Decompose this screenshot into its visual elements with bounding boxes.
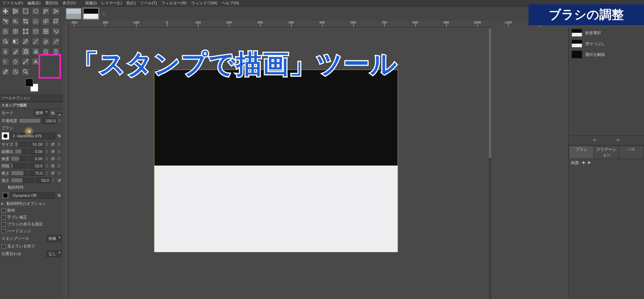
aspect-slider[interactable] (15, 149, 28, 154)
tool-pencil[interactable] (22, 38, 30, 45)
hardedge-checkbox[interactable] (1, 229, 6, 233)
brush-edit-icon[interactable]: ✎ (57, 133, 62, 138)
force-spin[interactable] (52, 178, 55, 183)
dynamics-options-row[interactable]: ▸動的特性のオプション (0, 200, 63, 207)
angle-link-icon[interactable] (57, 156, 62, 161)
brush-preview[interactable] (1, 132, 9, 140)
tool-warp[interactable] (52, 27, 60, 35)
tool-dodge[interactable] (12, 58, 19, 66)
tool-gradient[interactable] (12, 38, 19, 45)
menu-tool[interactable]: ツール(T) (140, 0, 157, 6)
tool-clone[interactable] (22, 48, 30, 56)
source-dropdown[interactable]: 画像 (47, 235, 62, 242)
tool-text[interactable] (32, 58, 40, 66)
scrollbar-thumb[interactable] (489, 28, 491, 158)
fg-bg-swatch[interactable] (25, 78, 39, 92)
aspect-value[interactable]: 0.00 (29, 149, 44, 154)
tool-fuzzy-select[interactable] (1, 17, 9, 25)
size-reset-icon[interactable]: ↺ (50, 142, 55, 147)
lock-pixels-icon[interactable]: ✚ (582, 161, 585, 165)
hardness-reset-icon[interactable]: ↺ (50, 171, 55, 176)
hardness-value[interactable]: 75.0 (29, 170, 44, 176)
tool-eraser[interactable] (42, 38, 50, 45)
menu-image[interactable]: 画像(I) (85, 0, 97, 6)
angle-spin[interactable] (45, 156, 49, 161)
sample-merged-row[interactable]: 見えている色で (0, 243, 63, 250)
history-item-0[interactable]: 矩形選択 (569, 27, 644, 38)
scatter-checkbox[interactable] (1, 208, 6, 213)
tool-blur[interactable] (52, 48, 60, 56)
aspect-reset-icon[interactable]: ↺ (50, 149, 55, 154)
force-slider[interactable] (11, 178, 34, 183)
spacing-reset-icon[interactable]: ↺ (50, 163, 55, 168)
tool-handle-transform[interactable] (32, 27, 40, 35)
lockbrush-row[interactable]: ブラシの表示を固定 (0, 221, 63, 228)
tool-zoom[interactable] (22, 68, 30, 76)
dynamics-edit-icon[interactable]: ✎ (57, 193, 62, 198)
spacing-spin[interactable] (45, 163, 49, 168)
vertical-scrollbar[interactable] (489, 27, 491, 299)
force-value[interactable]: 50.0 (36, 177, 50, 183)
tool-perspective-clone[interactable] (42, 48, 50, 56)
ruler-horizontal[interactable]: -300-200-1000100200300400500600700800900… (69, 21, 489, 27)
undo-button[interactable]: ↶ (593, 138, 596, 143)
tool-measure[interactable] (12, 68, 19, 76)
tool-rotate[interactable] (32, 17, 40, 25)
menu-file[interactable]: ファイル(F) (2, 0, 23, 6)
mode-dropdown[interactable]: 標準 (34, 110, 49, 116)
angle-reset-icon[interactable]: ↺ (50, 156, 55, 161)
menu-color[interactable]: 色(C) (126, 0, 136, 6)
mode-extra-dropdown[interactable] (57, 113, 62, 114)
tool-rect-select[interactable] (22, 7, 30, 15)
tool-airbrush[interactable] (52, 38, 60, 45)
menu-help[interactable]: ヘルプ(H) (222, 0, 239, 6)
spacing-value[interactable]: 10.0 (29, 163, 44, 169)
dynamics-icon[interactable] (1, 192, 9, 199)
sample-merged-checkbox[interactable] (1, 244, 6, 249)
tool-mypaint[interactable] (12, 48, 19, 56)
scatter-row[interactable]: 散布 (0, 207, 63, 214)
hardedge-row[interactable]: ハードエッジ (0, 228, 63, 234)
menu-edit[interactable]: 編集(E) (27, 0, 41, 6)
tool-bucket[interactable] (1, 38, 9, 45)
tool-scissors[interactable] (52, 7, 60, 15)
history-item-2[interactable]: 選択を解除 (569, 49, 644, 60)
lockbrush-checkbox[interactable] (1, 222, 6, 227)
stabilize-row[interactable]: 手ブレ補正 (0, 214, 63, 221)
spacing-slider[interactable] (11, 163, 28, 168)
tab-close-button[interactable]: × (101, 11, 106, 16)
opacity-value[interactable]: 100.0 (42, 118, 57, 124)
tab-path[interactable]: パス (619, 146, 643, 158)
mode-menu-icon[interactable]: ⇆ (50, 111, 55, 116)
history-item-1[interactable]: 塗りつぶし (569, 38, 644, 49)
angle-value[interactable]: 0.00 (29, 156, 44, 162)
menu-window[interactable]: ウィンドウ(W) (191, 0, 218, 6)
menu-filter[interactable]: フィルター(R) (161, 0, 187, 6)
tool-ink[interactable] (1, 48, 9, 56)
ruler-vertical[interactable] (63, 21, 69, 299)
aspect-spin[interactable] (45, 149, 49, 154)
doc-tab-2[interactable] (83, 8, 99, 20)
lock-position-icon[interactable]: ✚ (587, 161, 591, 165)
tool-align[interactable] (12, 7, 19, 15)
tool-crop[interactable] (22, 17, 30, 25)
tab-brush[interactable]: ブラシ (569, 146, 593, 158)
tool-heal[interactable] (32, 48, 40, 56)
size-slider[interactable] (15, 142, 28, 147)
tool-perspective[interactable] (1, 27, 9, 35)
tool-3d-transform[interactable] (12, 27, 19, 35)
tool-paintbrush[interactable] (32, 38, 40, 45)
fg-color[interactable] (25, 79, 33, 87)
angle-slider[interactable] (11, 156, 28, 161)
menu-layer[interactable]: レイヤー(L) (101, 0, 122, 6)
tool-path[interactable] (22, 58, 30, 66)
size-link-icon[interactable] (57, 142, 62, 147)
redo-button[interactable]: ↷ (616, 138, 619, 143)
doc-tab-1[interactable] (65, 8, 82, 20)
stabilize-checkbox[interactable] (1, 215, 6, 220)
tool-unified-transform[interactable] (22, 27, 30, 35)
opacity-spin[interactable] (58, 118, 62, 123)
tool-shear[interactable] (52, 17, 60, 25)
alignment-dropdown[interactable]: なし (47, 250, 62, 257)
menu-view[interactable]: 表示(V) (62, 0, 76, 6)
